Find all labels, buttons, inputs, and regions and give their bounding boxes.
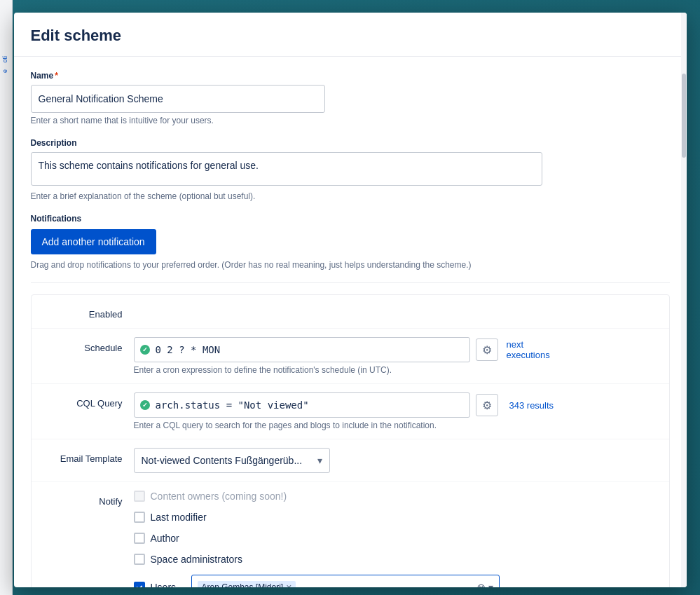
name-section: Name * Enter a short name that is intuit… <box>31 71 670 125</box>
cron-input-wrapper: 0 2 ? * MON <box>134 337 470 362</box>
content-owners-label: Content owners (coming soon!) <box>151 491 287 502</box>
next-executions-link[interactable]: nextexecutions <box>507 339 550 360</box>
tag-chevron-icon[interactable]: ▾ <box>488 582 493 587</box>
notify-last-modifier-row: Last modifier <box>134 512 658 523</box>
cql-content: arch.status = "Not viewed" ⚙ 343 results… <box>134 392 658 430</box>
schedule-label: Schedule <box>43 337 134 353</box>
modal-scrollbar[interactable] <box>681 13 687 587</box>
schedule-content: 0 2 ? * MON ⚙ nextexecutions Enter a cro… <box>134 337 658 375</box>
notify-users-row: Users Aron Gombas [Midori] × ⊗ ▾ <box>134 575 658 587</box>
enabled-label: Enabled <box>43 303 134 320</box>
description-hint: Enter a brief explanation of the scheme … <box>31 191 670 201</box>
notify-content: Content owners (coming soon!) Last modif… <box>134 491 658 587</box>
author-label: Author <box>151 533 179 544</box>
user-tag: Aron Gombas [Midori] × <box>198 581 296 587</box>
name-hint: Enter a short name that is intuitive for… <box>31 116 670 125</box>
cql-input-wrapper: arch.status = "Not viewed" <box>134 392 470 418</box>
space-admins-label: Space administrators <box>151 554 243 565</box>
notify-author-row: Author <box>134 533 658 544</box>
cql-results-link[interactable]: 343 results <box>509 400 554 411</box>
schedule-gear-button[interactable]: ⚙ <box>476 338 498 361</box>
cql-input-row: arch.status = "Not viewed" ⚙ 343 results <box>134 392 658 418</box>
notification-card: Enabled Schedule <box>31 294 670 587</box>
content-owners-checkbox[interactable] <box>134 491 145 502</box>
users-tag-input[interactable]: Aron Gombas [Midori] × ⊗ ▾ <box>191 575 500 587</box>
modal-header: Edit scheme <box>14 13 687 57</box>
cql-hint: Enter a CQL query to search for the page… <box>134 420 658 430</box>
enabled-row: Enabled <box>32 295 669 329</box>
modal-dialog: Edit scheme Name * Enter a short name th… <box>14 13 687 587</box>
users-label: Users <box>151 582 186 587</box>
cron-valid-indicator <box>140 345 150 355</box>
cql-value: arch.status = "Not viewed" <box>156 399 309 411</box>
notify-options: Content owners (coming soon!) Last modif… <box>134 491 658 587</box>
name-input[interactable] <box>31 85 325 113</box>
gear-icon: ⚙ <box>482 343 492 357</box>
email-template-select[interactable]: Not-viewed Contents Fußgängerüb... ▾ <box>134 448 330 473</box>
section-divider <box>31 282 670 283</box>
scrollbar-thumb[interactable] <box>682 74 686 158</box>
drag-hint: Drag and drop notifications to your pref… <box>31 260 670 270</box>
email-template-row: Email Template Not-viewed Contents Fußgä… <box>32 439 669 482</box>
cql-valid-indicator <box>140 400 150 410</box>
space-admins-checkbox[interactable] <box>134 554 145 565</box>
users-checkbox[interactable] <box>134 582 145 587</box>
notify-row: Notify Content owners (coming soon!) <box>32 482 669 587</box>
cql-row: CQL Query arch.status = "Not viewed" ⚙ 3… <box>32 384 669 439</box>
schedule-row: Schedule 0 2 ? * MON ⚙ nextexecutions <box>32 329 669 384</box>
tag-clear-button[interactable]: ⊗ <box>476 581 486 588</box>
description-label: Description <box>31 138 670 148</box>
gear-icon-2: ⚙ <box>482 399 492 412</box>
tag-remove-button[interactable]: × <box>286 582 291 587</box>
required-star: * <box>55 71 58 81</box>
email-template-chevron-icon: ▾ <box>317 455 322 466</box>
description-section: Description This scheme contains notific… <box>31 138 670 201</box>
modal-title: Edit scheme <box>31 27 670 45</box>
email-template-value: Not-viewed Contents Fußgängerüb... <box>142 455 317 466</box>
email-template-label: Email Template <box>43 448 134 464</box>
email-template-content: Not-viewed Contents Fußgängerüb... ▾ <box>134 448 658 473</box>
name-label: Name * <box>31 71 670 81</box>
cql-label: CQL Query <box>43 392 134 409</box>
notifications-section: Notifications Add another notification D… <box>31 214 670 270</box>
notify-label: Notify <box>43 491 134 507</box>
add-notification-button[interactable]: Add another notification <box>31 229 156 254</box>
modal-backdrop: Edit scheme Name * Enter a short name th… <box>0 0 700 595</box>
user-tag-label: Aron Gombas [Midori] <box>202 582 284 587</box>
description-input[interactable]: This scheme contains notifications for g… <box>31 152 542 186</box>
cql-gear-button[interactable]: ⚙ <box>476 394 498 416</box>
cron-value: 0 2 ? * MON <box>156 344 221 355</box>
last-modifier-checkbox[interactable] <box>134 512 145 523</box>
notify-content-owners-row: Content owners (coming soon!) <box>134 491 658 502</box>
last-modifier-label: Last modifier <box>151 512 207 523</box>
modal-body: Name * Enter a short name that is intuit… <box>14 57 687 587</box>
notifications-label: Notifications <box>31 214 670 224</box>
schedule-input-row: 0 2 ? * MON ⚙ nextexecutions <box>134 337 658 362</box>
author-checkbox[interactable] <box>134 533 145 544</box>
schedule-hint: Enter a cron expression to define the no… <box>134 365 658 375</box>
notify-space-admins-row: Space administrators <box>134 554 658 565</box>
